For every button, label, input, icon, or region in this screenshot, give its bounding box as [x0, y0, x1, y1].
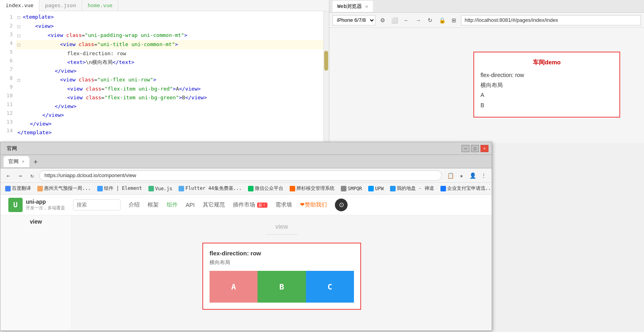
wechat-icon — [248, 186, 254, 191]
bookmark-vuejs[interactable]: Vue.js — [147, 186, 174, 191]
tab-index-vue[interactable]: index.vue — [0, 0, 39, 11]
chrome-titlebar: 官网 — □ ✕ — [0, 142, 492, 155]
site-main: view flex-direction: row 横向布局 A B C — [72, 215, 492, 330]
url-bar[interactable] — [461, 15, 641, 25]
logo-box: U — [8, 198, 23, 212]
chrome-url-input[interactable] — [39, 170, 442, 181]
view-divider — [266, 234, 298, 235]
forward-icon[interactable]: → — [413, 15, 423, 25]
chrome-refresh-icon[interactable]: ↻ — [27, 171, 37, 180]
github-icon[interactable]: ⊙ — [335, 199, 348, 211]
browser-tab-close-icon[interactable]: ✕ — [365, 4, 368, 9]
device-selector[interactable]: iPhone 6/7/8 — [333, 15, 375, 25]
nav-sponsor[interactable]: ❤赞助我们 — [300, 201, 327, 208]
screen-icon[interactable]: ⬜ — [390, 15, 399, 25]
nav-intro[interactable]: 介绍 — [129, 201, 140, 208]
chrome-tabs-row: 官网 ✕ + — [0, 155, 492, 168]
site-navbar: U uni-app 开发一次，多端覆盖 介绍 框架 组件 API 其它规范 插件… — [0, 195, 492, 215]
tab-home-vue[interactable]: home.vue — [82, 0, 119, 11]
code-line-6: <text>\n横向布局</text> — [16, 58, 323, 67]
bookmark-icon[interactable]: ★ — [457, 171, 466, 180]
site-sidebar: view — [0, 215, 72, 330]
upw-icon — [368, 186, 374, 191]
browser-toolbar: iPhone 6/7/8 ⚙ ⬜ ← → ↻ 🔒 ⊞ — [329, 13, 644, 28]
view-component-label: view — [275, 223, 288, 230]
baidu-translate-icon — [5, 186, 11, 191]
bookmark-element[interactable]: 组件 | Element — [96, 185, 144, 192]
code-area: 1 2 3 4 5 6 7 8 9 10 11 12 13 14 □ <temp… — [0, 11, 329, 143]
enterprise-pay-icon — [440, 186, 446, 191]
nav-plugins[interactable]: 插件市场 新！ — [233, 201, 268, 208]
minimize-button[interactable]: — — [461, 145, 469, 152]
browser-content: 车间demo flex-direction: row 横向布局 A B — [329, 28, 644, 143]
site-search-input[interactable] — [73, 199, 121, 210]
phone-preview-text: flex-direction: row 横向布局 A B — [481, 70, 613, 110]
bookmark-wechat[interactable]: 微信公众平台 — [246, 185, 285, 192]
flex-item-b: B — [258, 271, 306, 303]
bookmarks-bar: 百度翻译 惠州天气预报一周... 组件 | Element Vue.js Flu… — [0, 183, 492, 195]
profile-icon[interactable]: 👤 — [468, 171, 477, 180]
titlebar-label: 官网 — [4, 145, 461, 152]
code-line-13: </view> — [16, 120, 323, 128]
sidebar-item-view[interactable]: view — [0, 215, 71, 228]
menu-icon[interactable]: ⋮ — [479, 171, 488, 180]
chrome-forward-icon[interactable]: → — [15, 171, 25, 180]
vue-icon — [148, 186, 154, 191]
phone-preview-box: 车间demo flex-direction: row 横向布局 A B — [473, 52, 620, 118]
code-lines: □ <template> □ <view> □ <view class="uni… — [16, 11, 323, 143]
bookmark-enterprise-pay[interactable]: 企业支付宝申请流... — [439, 185, 492, 192]
code-line-3: □ <view class="uni-padding-wrap uni-comm… — [16, 31, 323, 40]
bookmark-bishanyi[interactable]: 辨杉移交管理系统 — [288, 185, 336, 192]
site-logo: U uni-app 开发一次，多端覆盖 — [8, 198, 65, 212]
flutter-icon — [179, 186, 184, 191]
back-icon[interactable]: ← — [402, 15, 411, 25]
nav-other[interactable]: 其它规范 — [203, 201, 225, 208]
weather-icon — [37, 186, 43, 191]
logo-text-block: uni-app 开发一次，多端覆盖 — [26, 199, 65, 211]
code-line-2: □ <view> — [16, 22, 323, 31]
flex-row-demo: A B C — [210, 271, 354, 303]
browser-preview-tab[interactable]: Web浏览器 ✕ — [333, 1, 373, 12]
chrome-address-bar: ← → ↻ 📋 ★ 👤 ⋮ — [0, 168, 492, 183]
nav-components[interactable]: 组件 — [167, 201, 178, 208]
chrome-back-icon[interactable]: ← — [4, 171, 13, 180]
editor-scrollbar[interactable] — [323, 11, 329, 143]
demo-subtitle: 横向布局 — [210, 259, 354, 266]
nav-api[interactable]: API — [186, 202, 195, 208]
flex-demo-box: flex-direction: row 横向布局 A B C — [202, 243, 361, 310]
site-body: view view flex-direction: row 横向布局 A B C — [0, 215, 492, 330]
new-tab-button[interactable]: + — [31, 157, 40, 166]
maximize-button[interactable]: □ — [471, 145, 479, 152]
code-line-1: □ <template> — [16, 13, 323, 22]
code-line-4: □ <view class="uni-title uni-common-mt"> — [16, 40, 323, 49]
grid-icon[interactable]: ⊞ — [449, 15, 459, 25]
chrome-tab-close-icon[interactable]: ✕ — [22, 159, 25, 164]
nav-demand[interactable]: 需求墙 — [275, 201, 292, 208]
web-browser-panel: Web浏览器 ✕ iPhone 6/7/8 ⚙ ⬜ ← → ↻ 🔒 ⊞ 车间de… — [329, 0, 644, 143]
tab-pages-json[interactable]: pages.json — [39, 0, 82, 11]
bookmark-smpqr[interactable]: SMPQR — [339, 186, 363, 191]
flex-item-c: C — [306, 271, 354, 303]
element-icon — [97, 186, 103, 191]
line-numbers: 1 2 3 4 5 6 7 8 9 10 11 12 13 14 — [0, 11, 16, 143]
refresh-icon[interactable]: ↻ — [425, 15, 435, 25]
bookmark-baidu-translate[interactable]: 百度翻译 — [4, 185, 33, 192]
browser-tab-bar: Web浏览器 ✕ — [329, 0, 644, 13]
site-content: U uni-app 开发一次，多端覆盖 介绍 框架 组件 API 其它规范 插件… — [0, 195, 492, 330]
code-line-7: </view> — [16, 67, 323, 75]
close-button[interactable]: ✕ — [481, 145, 488, 152]
flex-item-a: A — [210, 271, 258, 303]
site-nav-links: 介绍 框架 组件 API 其它规范 插件市场 新！ 需求墙 ❤赞助我们 ⊙ — [129, 199, 348, 211]
settings-icon[interactable]: ⚙ — [378, 15, 387, 25]
chrome-tab-guanwang[interactable]: 官网 ✕ — [4, 156, 29, 167]
my-place-icon — [390, 186, 396, 191]
bookmark-flutter[interactable]: Flutter 44集免费基... — [177, 185, 243, 192]
cast-icon[interactable]: 📋 — [446, 171, 455, 180]
nav-framework[interactable]: 框架 — [148, 201, 159, 208]
bookmark-weather[interactable]: 惠州天气预报一周... — [36, 185, 92, 192]
bookmark-upw[interactable]: UPW — [367, 186, 385, 191]
bookmark-my-place[interactable]: 我的地盘 - 禅道 — [388, 185, 436, 192]
bishanyi-icon — [290, 186, 295, 191]
code-line-12: </view> — [16, 111, 323, 120]
chrome-toolbar-icons: 📋 ★ 👤 ⋮ — [446, 171, 488, 180]
